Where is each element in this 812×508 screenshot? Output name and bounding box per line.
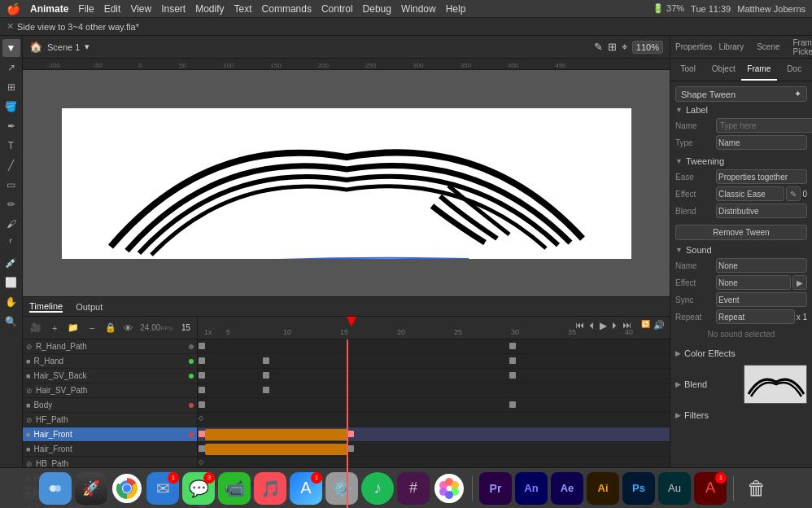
dock-trash[interactable]: 🗑 [740,472,773,505]
next-frame-btn[interactable]: ⏵ [610,320,619,331]
dock-spotify[interactable]: ♪ [361,472,394,505]
volume-btn[interactable]: 🔊 [653,320,665,331]
menu-insert[interactable]: Insert [161,3,186,15]
dock-mail[interactable]: ✉ 1 [146,472,179,505]
text-tool[interactable]: T [2,137,20,155]
pencil-tool[interactable]: ✏ [2,195,20,213]
eraser-tool[interactable]: ⬜ [2,274,20,291]
dock-audition[interactable]: Au [658,472,691,505]
menu-window[interactable]: Window [401,3,436,15]
layer-row[interactable]: ■ R_Hand [23,354,197,369]
shape-tween-bar[interactable]: Shape Tween ✦ [675,86,807,102]
effect-edit-btn[interactable]: ✎ [786,186,801,201]
sound-name-select[interactable]: None [716,258,807,273]
add-layer-btn[interactable]: + [48,321,62,335]
dock-after-effects[interactable]: Ae [551,472,583,505]
dock-slack[interactable]: # [397,472,430,505]
tab-close-btn[interactable]: ✕ [7,21,14,32]
menu-edit[interactable]: Edit [104,3,121,15]
section-filters-header[interactable]: ▶ Filters [675,410,807,420]
selection-tool[interactable]: ▼ [2,39,20,57]
dock-finder[interactable] [39,472,72,505]
hand-tool[interactable]: ✋ [2,293,20,311]
layer-row[interactable]: ■ Hair_Front [23,442,197,457]
sound-repeat-select[interactable]: Repeat [716,309,795,324]
label-name-input[interactable] [716,118,812,133]
section-sound-header[interactable]: ▼ Sound [675,245,807,255]
section-label-header[interactable]: ▼ Label [675,105,807,115]
dock-facetime[interactable]: 📹 [218,472,251,505]
menu-view[interactable]: View [130,3,151,15]
stage-grid-icon[interactable]: ⊞ [608,41,617,53]
zoom-tool[interactable]: 🔍 [2,313,20,331]
dock-premiere[interactable]: Pr [479,472,512,505]
rect-tool[interactable]: ▭ [2,176,20,194]
tab-doc[interactable]: Doc [777,59,813,81]
transform-tool[interactable]: ⊞ [2,78,20,96]
layer-row[interactable]: ⊘ R_Hand_Path [23,339,197,354]
zoom-display[interactable]: 110% [632,41,663,54]
sound-sync-select[interactable]: Event [716,292,807,307]
hide-all-btn[interactable]: 👁 [120,321,135,335]
menu-control[interactable]: Control [321,3,353,15]
effect-select[interactable]: Classic Ease [716,186,784,201]
add-folder-btn[interactable]: 📁 [67,321,81,335]
stage-snap-icon[interactable]: ⌖ [622,41,627,54]
menu-file[interactable]: File [78,3,94,15]
menu-debug[interactable]: Debug [363,3,391,15]
section-blend-header[interactable]: ▶ Blend [675,365,807,404]
dock-acrobat[interactable]: A 1 [694,472,727,505]
play-btn[interactable]: ▶ [600,320,607,331]
go-start-btn[interactable]: ⏮ [575,320,584,331]
tab-object[interactable]: Object [706,59,742,81]
library-label[interactable]: Library [719,42,744,51]
tab-tool[interactable]: Tool [670,59,706,81]
scene-dropdown-arrow[interactable]: ▾ [85,42,89,52]
sound-effect-edit-btn[interactable]: ▶ [792,275,807,290]
dock-animate[interactable]: An [515,472,548,505]
dock-messages[interactable]: 💬 3 [182,472,215,505]
dock-illustrator[interactable]: Ai [587,472,619,505]
layer-row[interactable]: ⊘ Hair_SV_Path [23,383,197,398]
layer-row[interactable]: ■ Body [23,398,197,413]
dock-photoshop[interactable]: Ps [622,472,655,505]
tab-timeline[interactable]: Timeline [29,301,63,313]
tab-frame[interactable]: Frame [741,59,777,81]
sound-effect-select[interactable]: None [716,275,791,290]
menu-help[interactable]: Help [446,3,466,15]
dock-appstore[interactable]: A 1 [290,472,322,505]
dock-photos[interactable] [433,472,465,505]
dock-chrome[interactable] [111,472,143,505]
layer-row-active[interactable]: ■ Hair_Front [23,427,197,442]
menu-text[interactable]: Text [234,3,252,15]
layer-row[interactable]: ⊘ HF_Path [23,413,197,427]
remove-tween-button[interactable]: Remove Tween [675,225,807,240]
home-icon[interactable]: 🏠 [29,41,42,53]
file-tab[interactable]: Side view to 3~4 other way.fla* [17,22,139,32]
dock-launchpad[interactable]: 🚀 [75,472,107,505]
frame-picker-label[interactable]: Frame Picker [793,38,812,56]
camera-btn[interactable]: 🎥 [29,321,43,335]
stage-edit-icon[interactable]: ✎ [594,41,603,53]
label-type-select[interactable]: Name [716,135,807,150]
pen-tool[interactable]: ✒ [2,117,20,135]
eyedropper-tool[interactable]: 💉 [2,254,20,272]
ease-select[interactable]: Properties together [716,169,807,184]
tab-output[interactable]: Output [76,302,103,312]
dock-system-prefs[interactable]: ⚙️ [325,472,358,505]
apple-menu[interactable]: 🍎 [7,2,20,15]
section-tweening-header[interactable]: ▼ Tweening [675,156,807,166]
menu-commands[interactable]: Commands [262,3,312,15]
stage[interactable] [62,108,631,259]
bone-tool[interactable]: ⸢ [2,234,20,252]
blend-select[interactable]: Distributive [716,204,807,218]
prev-frame-btn[interactable]: ⏴ [587,320,596,331]
scene-label-tab[interactable]: Scene [757,42,779,51]
loop-btn[interactable]: 🔁 [641,320,650,331]
lock-all-btn[interactable]: 🔒 [103,321,118,335]
delete-layer-btn[interactable]: − [85,321,98,335]
brush-tool[interactable]: 🖌 [2,215,20,233]
section-color-effects-header[interactable]: ▶ Color Effects [675,348,807,358]
canvas-area[interactable] [23,70,670,296]
dock-music[interactable]: 🎵 [254,472,286,505]
